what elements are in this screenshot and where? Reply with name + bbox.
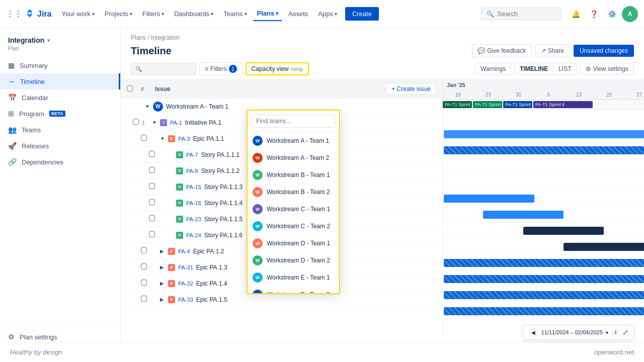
teams-dropdown-search[interactable]	[248, 111, 339, 132]
row-checkbox[interactable]	[149, 199, 155, 205]
issue-link[interactable]: PA-8	[186, 168, 198, 174]
share-button[interactable]: ↗ Share	[535, 44, 570, 57]
sprint-bar: PA-T1 Sprint 4	[473, 101, 502, 108]
row-checkbox[interactable]	[141, 247, 147, 253]
filters-button[interactable]: ≡ Filters 1	[199, 62, 243, 75]
projects-menu[interactable]: Projects ▾	[101, 7, 136, 21]
expand-icon[interactable]: ▼	[145, 104, 153, 109]
expand-icon[interactable]: ▶	[160, 281, 168, 286]
apps-menu[interactable]: Apps ▾	[314, 7, 341, 21]
date-range-prev[interactable]: ◀	[528, 327, 538, 337]
search-box[interactable]: 🔍	[481, 8, 561, 20]
search-icon: 🔍	[487, 11, 494, 18]
your-work-menu[interactable]: Your work ▾	[57, 7, 98, 21]
issue-link[interactable]: PA-7	[186, 152, 198, 158]
create-button[interactable]: Create	[345, 7, 379, 21]
capacity-view-button[interactable]: Capacity view comp	[246, 62, 309, 75]
dashboards-menu[interactable]: Dashboards ▾	[170, 7, 217, 21]
sidebar-item-summary[interactable]: ▦ Summary	[0, 57, 120, 73]
jira-logo[interactable]: Jira	[24, 9, 51, 20]
help-icon[interactable]: ❓	[586, 6, 602, 22]
program-icon: ⊞	[8, 110, 14, 118]
issue-link[interactable]: PA-15	[186, 184, 201, 190]
team-item-ws-d-t2[interactable]: W Workstream D - Team 2	[248, 252, 339, 269]
team-item-ws-c-t2[interactable]: W Workstream C - Team 2	[248, 218, 339, 235]
teams-dropdown[interactable]: W Workstream A - Team 1 W Workstream A -…	[247, 110, 340, 294]
teams-search-input[interactable]	[252, 115, 335, 128]
issue-link[interactable]: PA-1	[170, 120, 182, 126]
expand-icon[interactable]: ▶	[160, 264, 168, 270]
team-label: Workstream C - Team 1	[267, 206, 330, 213]
expand-icon[interactable]: ▶	[160, 248, 168, 254]
issue-search-field[interactable]	[144, 65, 190, 72]
issue-search-input[interactable]: 🔍	[131, 63, 196, 75]
teams-menu[interactable]: Teams ▾	[219, 7, 251, 21]
sidebar-plan-title[interactable]: Integration ▾	[8, 36, 112, 44]
sidebar-item-teams[interactable]: 👥 Teams	[0, 122, 120, 138]
view-settings-button[interactable]: ⚙ View settings	[580, 63, 634, 75]
expand-icon[interactable]: ▼	[160, 136, 168, 141]
footer: Healthy by design openword.net	[0, 342, 644, 362]
sidebar-item-calendar[interactable]: 📅 Calendar	[0, 89, 120, 106]
row-checkbox[interactable]	[149, 215, 155, 221]
team-item-ws-e-t1[interactable]: W Workstream E - Team 1	[248, 269, 339, 286]
issue-link[interactable]: PA-32	[178, 281, 193, 287]
sidebar-item-dependencies[interactable]: 🔗 Dependencies	[0, 154, 120, 170]
team-item-ws-e-t2[interactable]: W Workstream E - Team 2	[248, 286, 339, 293]
row-checkbox[interactable]	[149, 167, 155, 173]
row-checkbox[interactable]	[149, 231, 155, 237]
plans-menu[interactable]: Plans ▾	[253, 7, 283, 21]
team-item-ws-c-t1[interactable]: W Workstream C - Team 1	[248, 201, 339, 218]
date-range-expand-icon[interactable]: ⤢	[622, 328, 628, 336]
issue-link[interactable]: PA-16	[186, 200, 201, 206]
unsaved-changes-button[interactable]: Unsaved changes	[574, 45, 634, 57]
row-checkbox[interactable]	[141, 280, 147, 286]
timeline-view-button[interactable]: TIMELINE	[515, 63, 553, 74]
create-issue-button[interactable]: + Create issue	[386, 83, 436, 95]
issue-name: Story PA.1.1.2	[201, 167, 239, 174]
chevron-down-icon[interactable]: ▾	[606, 330, 608, 335]
search-input[interactable]	[497, 10, 547, 18]
issue-link[interactable]: PA-23	[186, 216, 201, 222]
issue-link[interactable]: PA-3	[178, 136, 190, 142]
expand-icon[interactable]: ▶	[160, 297, 168, 302]
sidebar-item-program[interactable]: ⊞ Program BETA	[0, 106, 120, 122]
row-checkbox[interactable]	[141, 135, 147, 141]
sidebar-item-timeline[interactable]: ↔ Timeline	[0, 73, 120, 89]
team-item-ws-b-t2[interactable]: W Workstream B - Team 2	[248, 184, 339, 201]
expand-icon[interactable]: ▼	[152, 120, 160, 125]
gear-icon: ⚙	[8, 333, 15, 341]
row-checkbox[interactable]	[141, 263, 147, 269]
notifications-icon[interactable]: 🔔	[568, 6, 584, 22]
issue-link[interactable]: PA-24	[186, 232, 201, 238]
footer-brand: Healthy by design	[10, 348, 62, 356]
row-checkbox[interactable]	[149, 151, 155, 157]
user-avatar[interactable]: A	[622, 6, 638, 22]
gantt-month-label: Jan '25	[447, 82, 465, 88]
team-item-ws-a-t1[interactable]: W Workstream A - Team 1	[248, 132, 339, 149]
plan-settings[interactable]: ⚙ Plan settings	[8, 333, 112, 341]
team-item-ws-a-t2[interactable]: W Workstream A - Team 2	[248, 149, 339, 166]
give-feedback-button[interactable]: 💬 Give feedback	[472, 44, 531, 57]
breadcrumb-plans[interactable]: Plans	[131, 34, 146, 41]
row-checkbox[interactable]	[141, 296, 147, 302]
grid-icon[interactable]: ⋮⋮	[6, 6, 22, 22]
issue-link[interactable]: PA-31	[178, 264, 193, 270]
row-checkbox[interactable]	[149, 183, 155, 189]
assets-menu[interactable]: Assets	[284, 7, 312, 21]
team-label: Workstream C - Team 2	[267, 223, 330, 230]
issue-name: Epic PA.1.2	[193, 248, 224, 255]
date-info-icon[interactable]: ℹ	[611, 328, 619, 336]
row-checkbox[interactable]	[133, 119, 139, 125]
warnings-button[interactable]: Warnings	[475, 63, 511, 75]
team-item-ws-d-t1[interactable]: W Workstream D - Team 1	[248, 235, 339, 252]
issue-link[interactable]: PA-4	[178, 248, 190, 254]
settings-icon[interactable]: ⚙️	[604, 6, 620, 22]
filters-menu[interactable]: Filters ▾	[138, 7, 168, 21]
releases-icon: 🚀	[8, 142, 17, 150]
select-all-checkbox[interactable]	[127, 85, 133, 92]
list-view-button[interactable]: LIST	[553, 63, 576, 74]
sidebar-item-releases[interactable]: 🚀 Releases	[0, 138, 120, 154]
team-item-ws-b-t1[interactable]: W Workstream B - Team 1	[248, 166, 339, 184]
issue-link[interactable]: PA-33	[178, 297, 193, 303]
